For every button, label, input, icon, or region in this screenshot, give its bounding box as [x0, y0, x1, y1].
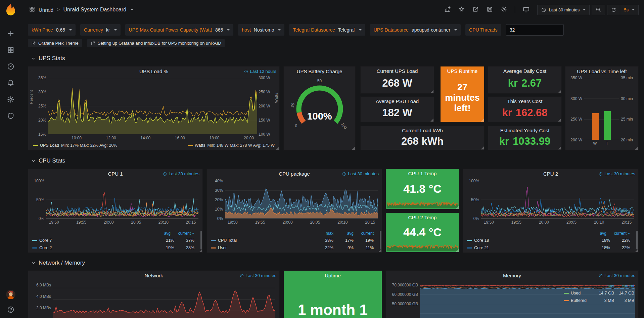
- panel-resize-handle[interactable]: [558, 146, 561, 149]
- caret-down-icon[interactable]: [131, 9, 133, 10]
- panel-resize-handle[interactable]: [352, 147, 355, 150]
- panel-resize-handle[interactable]: [456, 249, 459, 252]
- panel-title[interactable]: UPS Load %: [139, 69, 168, 74]
- panel-title[interactable]: Uptime: [325, 273, 341, 278]
- panel-title[interactable]: CPU 1 Temp: [408, 171, 437, 176]
- row-header-network-memory[interactable]: Network / Memory: [28, 260, 639, 266]
- link-grafana-plex-theme[interactable]: Grafana Plex Theme: [28, 39, 82, 47]
- variable-currency[interactable]: Currency kr: [80, 24, 120, 36]
- panel-title[interactable]: Average Daily Cost: [503, 68, 546, 74]
- link-ups-monitoring-guide[interactable]: Setting up Grafana and InfluxDB for UPS …: [87, 39, 225, 47]
- legend-col-header[interactable]: avg: [333, 231, 354, 236]
- variable-ups-max-output[interactable]: UPS Max Output Power Capacity (Watt) 865: [125, 24, 234, 36]
- legend-col-header[interactable]: max: [594, 284, 614, 288]
- legend-row[interactable]: User 22% 9% 11%: [211, 244, 374, 252]
- panel-timeframe[interactable]: Last 30 minutes: [240, 273, 276, 278]
- legend-item[interactable]: Watts Min: 148 W Max: 278 W Avg: 175 W: [188, 143, 275, 148]
- help-icon[interactable]: [7, 306, 14, 313]
- panel-resize-handle[interactable]: [430, 90, 433, 93]
- panel-resize-handle[interactable]: [378, 249, 381, 252]
- panel-timeframe[interactable]: Last 30 minutes: [163, 171, 199, 176]
- panel-title[interactable]: This Years Cost: [507, 98, 542, 104]
- panel-resize-handle[interactable]: [635, 249, 638, 252]
- panel-title[interactable]: Current UPS Load: [377, 68, 418, 74]
- legend-row[interactable]: Buffered 3 MB 3 MB: [564, 297, 634, 304]
- panel-resize-handle[interactable]: [635, 147, 638, 150]
- variable-ups-datasource[interactable]: UPS Datasource apcupsd-container: [370, 24, 461, 36]
- add-panel-icon[interactable]: [444, 6, 451, 14]
- cpu1-chart[interactable]: [46, 181, 198, 219]
- panel-title[interactable]: Average PSU Load: [376, 98, 419, 104]
- panel-title[interactable]: Estimated Yearly Cost: [500, 128, 550, 133]
- legend-row[interactable]: Core 21 18% 22%: [467, 244, 630, 252]
- load-vs-time-chart[interactable]: [584, 78, 619, 140]
- row-header-cpu-stats[interactable]: CPU Stats: [28, 157, 639, 164]
- panel-resize-handle[interactable]: [558, 119, 561, 122]
- legend-row[interactable]: Core 7 21% 37%: [32, 237, 194, 244]
- legend-row[interactable]: CPU Total 38% 17% 19%: [211, 237, 374, 244]
- dashboards-icon[interactable]: [7, 46, 14, 54]
- panel-title[interactable]: CPU 2: [543, 171, 558, 177]
- zoom-out-button[interactable]: [592, 5, 605, 15]
- panel-resize-handle[interactable]: [558, 90, 561, 93]
- panel-timeframe[interactable]: Last 30 minutes: [599, 171, 635, 176]
- panel-title[interactable]: Current Load kWh: [402, 128, 443, 133]
- save-icon[interactable]: [487, 6, 493, 13]
- panel-resize-handle[interactable]: [456, 206, 459, 209]
- legend-scrollbar[interactable]: [636, 231, 638, 249]
- legend-col-header[interactable]: current: [606, 231, 627, 236]
- variable-host[interactable]: host Nostromo: [238, 24, 284, 36]
- grafana-logo-icon[interactable]: [4, 3, 17, 16]
- legend-scrollbar[interactable]: [380, 231, 381, 249]
- cpu-threads-input[interactable]: [506, 24, 564, 36]
- legend-col-header[interactable]: current: [171, 231, 191, 236]
- cpu-package-chart[interactable]: [225, 181, 378, 219]
- legend-row[interactable]: Core 2 19% 28%: [32, 244, 194, 252]
- panel-title[interactable]: Memory: [503, 273, 521, 278]
- panel-title[interactable]: UPS Load vs Time left: [577, 69, 627, 74]
- panel-title[interactable]: CPU package: [279, 171, 310, 177]
- legend-row[interactable]: Used 14.7 GB 14.7 GB: [564, 289, 634, 297]
- user-avatar[interactable]: [6, 289, 16, 300]
- ups-load-chart[interactable]: [48, 78, 257, 134]
- refresh-button[interactable]: [607, 5, 620, 15]
- alerting-bell-icon[interactable]: [7, 79, 14, 87]
- legend-col-header[interactable]: avg: [150, 231, 171, 236]
- legend-row[interactable]: Core 18 18% 22%: [467, 237, 630, 244]
- legend-item[interactable]: UPS Load Min: 17% Max: 32% Avg: 20%: [33, 143, 117, 148]
- panel-title[interactable]: Network: [144, 273, 163, 278]
- panel-title[interactable]: CPU 2 Temp: [408, 215, 437, 220]
- panel-timeframe[interactable]: Last 30 minutes: [342, 171, 379, 176]
- dashboard-title[interactable]: Unraid System Dashboard: [63, 7, 127, 13]
- variable-telegraf-datasource[interactable]: Telegraf Datasource Telegraf: [289, 24, 365, 36]
- server-admin-shield-icon[interactable]: [7, 112, 14, 120]
- panel-title[interactable]: CPU 1: [108, 171, 123, 177]
- panel-resize-handle[interactable]: [199, 249, 202, 252]
- refresh-interval-button[interactable]: 5s: [620, 5, 638, 15]
- legend-col-header[interactable]: max: [313, 231, 333, 236]
- configuration-gear-icon[interactable]: [7, 96, 14, 103]
- panel-resize-handle[interactable]: [481, 119, 484, 122]
- settings-gear-icon[interactable]: [501, 6, 507, 13]
- share-icon[interactable]: [472, 6, 479, 13]
- panel-title[interactable]: UPS Battery Charge: [297, 69, 342, 74]
- bar-watts[interactable]: [592, 113, 599, 140]
- bar-time-left[interactable]: [604, 111, 611, 140]
- panel-resize-handle[interactable]: [430, 119, 433, 122]
- legend-col-header[interactable]: current: [354, 231, 374, 236]
- explore-compass-icon[interactable]: [7, 63, 14, 70]
- panel-timeframe[interactable]: Last 30 minutes: [599, 273, 635, 278]
- cpu2-chart[interactable]: [481, 181, 634, 219]
- panel-timeframe[interactable]: Last 12 hours: [244, 69, 276, 74]
- breadcrumb-app[interactable]: Unraid: [39, 7, 53, 13]
- network-chart[interactable]: [53, 282, 275, 318]
- legend-scrollbar[interactable]: [200, 231, 202, 249]
- variable-kwh-price[interactable]: kWh Price 0.65: [28, 24, 76, 36]
- panel-resize-handle[interactable]: [481, 146, 484, 149]
- time-picker-button[interactable]: Last 30 minutes: [538, 5, 589, 15]
- star-icon[interactable]: [458, 6, 465, 13]
- create-plus-icon[interactable]: [7, 30, 14, 37]
- legend-col-header[interactable]: current: [614, 284, 634, 288]
- panel-title[interactable]: UPS Runtime: [447, 68, 478, 74]
- legend-col-header[interactable]: avg: [586, 231, 606, 236]
